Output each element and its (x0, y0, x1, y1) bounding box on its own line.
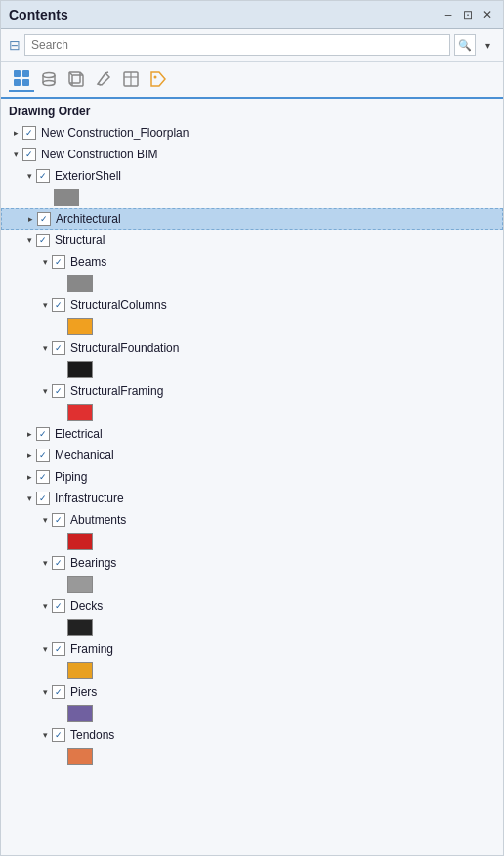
tree-item-piping[interactable]: Piping (1, 466, 503, 488)
tree-item-tendons[interactable]: Tendons (1, 724, 503, 746)
expand-tendons-icon[interactable] (38, 728, 52, 742)
checkbox-infrastructure[interactable] (36, 492, 50, 505)
checkbox-structural-framing[interactable] (52, 384, 65, 398)
close-button[interactable]: ✕ (480, 7, 495, 22)
expand-bearings-icon[interactable] (38, 556, 52, 570)
infrastructure-label: Infrastructure (53, 492, 124, 505)
restore-button[interactable]: ⊡ (460, 7, 476, 22)
expand-decks-icon[interactable] (38, 599, 52, 613)
beams-label: Beams (68, 255, 106, 269)
swatch-row-framing (1, 660, 503, 681)
svg-rect-2 (14, 79, 21, 86)
tag-button[interactable] (146, 66, 171, 92)
search-bar: ⊟ 🔍 ▾ (1, 29, 503, 62)
swatch-abutments[interactable] (67, 533, 93, 550)
expand-architectural-icon[interactable] (23, 212, 37, 226)
checkbox-structural-foundation[interactable] (52, 341, 65, 355)
swatch-row-bearings (1, 574, 503, 595)
tree-item-bearings[interactable]: Bearings (1, 552, 503, 574)
swatch-framing[interactable] (67, 662, 93, 679)
tree-item-infrastructure[interactable]: Infrastructure (1, 488, 503, 509)
decks-label: Decks (68, 599, 103, 613)
checkbox-abutments[interactable] (52, 513, 65, 527)
expand-structural-icon[interactable] (22, 234, 36, 247)
tree-item-structural[interactable]: Structural (1, 230, 503, 251)
tree-item-architectural[interactable]: Architectural (1, 208, 503, 230)
expand-piping-icon[interactable] (22, 470, 36, 484)
checkbox-exterior-shell[interactable] (36, 169, 50, 183)
framing-label: Framing (68, 642, 113, 656)
swatch-piers[interactable] (67, 705, 93, 722)
swatch-bearings[interactable] (67, 576, 93, 593)
swatch-tendons[interactable] (67, 748, 93, 765)
tree-item-framing[interactable]: Framing (1, 638, 503, 660)
swatch-exterior-shell[interactable] (54, 189, 79, 206)
checkbox-bearings[interactable] (52, 556, 65, 570)
layers-grid-button[interactable] (9, 66, 34, 92)
expand-beams-icon[interactable] (38, 255, 52, 269)
tree-item-structural-columns[interactable]: StructuralColumns (1, 294, 503, 316)
swatch-row-tendons (1, 746, 503, 767)
swatch-structural-columns[interactable] (67, 318, 93, 335)
expand-floorplan-icon[interactable] (9, 126, 22, 140)
swatch-structural-framing[interactable] (67, 404, 93, 421)
expand-mechanical-icon[interactable] (22, 449, 36, 462)
swatch-decks[interactable] (67, 619, 93, 636)
tree-item-decks[interactable]: Decks (1, 595, 503, 617)
minimize-button[interactable]: – (441, 7, 456, 22)
filter-icon[interactable]: ⊟ (9, 37, 21, 53)
tree-item-electrical[interactable]: Electrical (1, 423, 503, 445)
tree-item-beams[interactable]: Beams (1, 251, 503, 273)
tree-item-mechanical[interactable]: Mechanical (1, 445, 503, 466)
checkbox-electrical[interactable] (36, 427, 50, 441)
tree-container[interactable]: New Construction_Floorplan New Construct… (1, 122, 503, 855)
tree-item-exterior-shell[interactable]: ExteriorShell (1, 165, 503, 187)
panel-controls: – ⊡ ✕ (441, 7, 495, 22)
checkbox-beams[interactable] (52, 255, 65, 269)
expand-structural-framing-icon[interactable] (38, 384, 52, 398)
swatch-row-exterior-shell (1, 187, 503, 208)
floorplan-label: New Construction_Floorplan (39, 126, 189, 140)
search-input[interactable] (24, 34, 450, 56)
cube-button[interactable] (63, 66, 89, 92)
tree-item-structural-foundation[interactable]: StructuralFoundation (1, 337, 503, 359)
piping-label: Piping (53, 470, 87, 484)
swatch-row-piers (1, 703, 503, 724)
checkbox-bim[interactable] (22, 148, 36, 161)
checkbox-floorplan[interactable] (22, 126, 36, 140)
expand-piers-icon[interactable] (38, 685, 52, 699)
architectural-label: Architectural (54, 212, 121, 226)
swatch-row-structural-foundation (1, 359, 503, 380)
checkbox-piping[interactable] (36, 470, 50, 484)
expand-abutments-icon[interactable] (38, 513, 52, 527)
expand-framing-icon[interactable] (38, 642, 52, 656)
checkbox-decks[interactable] (52, 599, 65, 613)
swatch-beams[interactable] (67, 275, 93, 292)
checkbox-piers[interactable] (52, 685, 65, 699)
expand-exterior-shell-icon[interactable] (22, 169, 36, 183)
pen-button[interactable] (91, 66, 116, 92)
checkbox-architectural[interactable] (37, 212, 51, 226)
table-button[interactable] (118, 66, 144, 92)
cylinder-button[interactable] (36, 66, 62, 92)
tree-item-bim[interactable]: New Construction BIM (1, 144, 503, 165)
expand-structural-foundation-icon[interactable] (38, 341, 52, 355)
checkbox-mechanical[interactable] (36, 449, 50, 462)
checkbox-tendons[interactable] (52, 728, 65, 742)
search-button[interactable]: 🔍 (454, 34, 476, 56)
expand-electrical-icon[interactable] (22, 427, 36, 441)
tree-item-floorplan[interactable]: New Construction_Floorplan (1, 122, 503, 144)
expand-bim-icon[interactable] (9, 148, 22, 161)
tree-item-piers[interactable]: Piers (1, 681, 503, 703)
dropdown-arrow-icon[interactable]: ▾ (480, 37, 495, 53)
piers-label: Piers (68, 685, 97, 699)
expand-infrastructure-icon[interactable] (22, 492, 36, 505)
checkbox-structural-columns[interactable] (52, 298, 65, 312)
tree-item-abutments[interactable]: Abutments (1, 509, 503, 531)
tree-item-structural-framing[interactable]: StructuralFraming (1, 380, 503, 402)
checkbox-framing[interactable] (52, 642, 65, 656)
expand-structural-columns-icon[interactable] (38, 298, 52, 312)
checkbox-structural[interactable] (36, 234, 50, 247)
swatch-row-structural-columns (1, 316, 503, 337)
swatch-structural-foundation[interactable] (67, 361, 93, 378)
